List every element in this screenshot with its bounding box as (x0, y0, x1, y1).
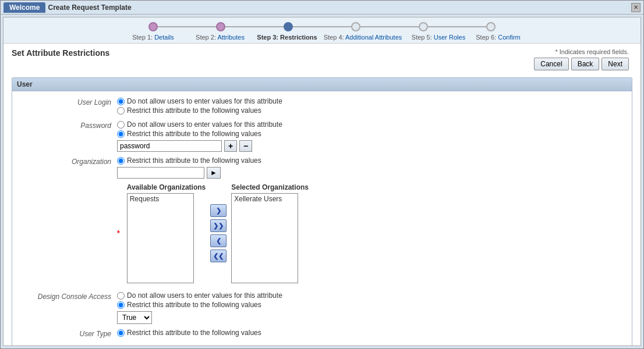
user-login-option1-text: Do not allow users to enter values for t… (127, 97, 282, 105)
available-org-item-0[interactable]: Requests (128, 194, 193, 204)
org-search-input[interactable] (117, 167, 204, 179)
step5-link[interactable]: User Roles (434, 34, 465, 41)
design-console-option1: Do not allow users to enter values for t… (117, 291, 620, 300)
password-radio2[interactable] (117, 130, 125, 138)
design-console-radio2[interactable] (117, 301, 125, 309)
window-title: Create Request Template (48, 3, 131, 12)
transfer-left-all[interactable]: ❮❮ (210, 250, 227, 262)
selected-orgs-list[interactable]: Xellerate Users (231, 193, 298, 283)
password-remove-button[interactable]: − (239, 140, 252, 152)
steps-wizard: Step 1: Details Step 2: Attributes Step … (3, 17, 641, 44)
organization-control: Restrict this attribute to the following… (117, 156, 620, 179)
org-option-text: Restrict this attribute to the following… (127, 156, 261, 165)
password-add-button[interactable]: + (224, 140, 237, 152)
transfer-right-one[interactable]: ❯ (210, 204, 227, 217)
password-option1: Do not allow users to enter values for t… (117, 120, 620, 129)
org-search-button[interactable]: ► (207, 167, 221, 179)
org-input-row: ► (117, 167, 620, 179)
step3-circle (284, 22, 293, 31)
user-type-option: Restrict this attribute to the following… (117, 329, 620, 337)
step-line-4 (360, 26, 419, 27)
close-button[interactable]: ✕ (631, 3, 641, 12)
design-console-radio1[interactable] (117, 292, 125, 300)
steps-labels: Step 1: Details Step 2: Attributes Step … (120, 34, 525, 41)
back-button[interactable]: Back (571, 58, 600, 70)
step6-circle (486, 22, 496, 31)
password-control: Do not allow users to enter values for t… (117, 120, 620, 152)
available-orgs-container: Available Organizations Requests (127, 183, 206, 283)
user-login-control: Do not allow users to enter values for t… (117, 97, 620, 116)
user-login-radio2[interactable] (117, 107, 125, 115)
page-title: Set Attribute Restrictions (12, 48, 109, 58)
org-radio[interactable] (117, 157, 125, 165)
transfer-right-all[interactable]: ❯❯ (210, 219, 227, 232)
user-type-label: User Type (24, 329, 117, 338)
step4-label: Step 4: Additional Attributes (321, 34, 405, 41)
step4-link[interactable]: Additional Attributes (345, 34, 402, 41)
password-input-row: + − (117, 140, 620, 152)
user-type-control: Restrict this attribute to the following… (117, 329, 620, 338)
org-option: Restrict this attribute to the following… (117, 156, 620, 165)
design-console-option2-text: Restrict this attribute to the following… (127, 301, 261, 309)
user-login-row: User Login Do not allow users to enter v… (24, 97, 620, 116)
title-bar: Welcome Create Request Template ✕ (1, 1, 643, 15)
step1-link[interactable]: Details (154, 34, 174, 41)
password-row: Password Do not allow users to enter val… (24, 120, 620, 152)
next-button[interactable]: Next (601, 58, 629, 70)
user-section-header: User (12, 78, 632, 91)
user-section: User User Login Do not allow users to en… (12, 77, 632, 346)
step2-circle (216, 22, 225, 31)
step6-label: Step 6: Confirm (472, 34, 525, 41)
step-line-1 (158, 26, 216, 27)
transfer-buttons: ❯ ❯❯ ❮ ❮❮ (210, 204, 227, 262)
design-console-row: Design Console Access Do not allow users… (24, 291, 620, 324)
user-login-label: User Login (24, 97, 117, 106)
user-login-radio1[interactable] (117, 98, 125, 105)
org-transfer: * Available Organizations Requests ❯ ❯❯ … (117, 183, 620, 283)
step1-circle (148, 22, 158, 31)
user-type-radio[interactable] (117, 329, 125, 337)
user-type-option-text: Restrict this attribute to the following… (127, 329, 261, 337)
step2-link[interactable]: Attributes (217, 34, 244, 41)
welcome-tab[interactable]: Welcome (3, 2, 45, 13)
password-input[interactable] (117, 140, 222, 152)
step-line-3 (293, 26, 351, 27)
design-console-control: Do not allow users to enter values for t… (117, 291, 620, 324)
action-buttons: Cancel Back Next (534, 58, 629, 70)
organization-row: Organization Restrict this attribute to … (24, 156, 620, 179)
user-login-option2: Restrict this attribute to the following… (117, 106, 620, 115)
password-option2: Restrict this attribute to the following… (117, 130, 620, 138)
selected-orgs-container: Selected Organizations Xellerate Users (231, 183, 309, 283)
organization-label: Organization (24, 156, 117, 166)
design-console-option1-text: Do not allow users to enter values for t… (127, 291, 282, 300)
step5-circle (419, 22, 428, 31)
step-line-5 (428, 26, 486, 27)
required-note: * Indicates required fields. (534, 48, 629, 55)
step3-label: Step 3: Restrictions (254, 34, 321, 41)
content-header: Set Attribute Restrictions * Indicates r… (3, 44, 641, 73)
design-console-option2: Restrict this attribute to the following… (117, 301, 620, 309)
selected-orgs-label: Selected Organizations (231, 183, 309, 191)
user-login-option1: Do not allow users to enter values for t… (117, 97, 620, 105)
selected-org-item-0[interactable]: Xellerate Users (232, 194, 298, 204)
header-right: * Indicates required fields. Cancel Back… (534, 48, 629, 70)
content-scroll[interactable]: Set Attribute Restrictions * Indicates r… (3, 44, 641, 346)
user-type-row: User Type Restrict this attribute to the… (24, 329, 620, 338)
main-content: Step 1: Details Step 2: Attributes Step … (3, 17, 641, 346)
step5-label: Step 5: User Roles (405, 34, 472, 41)
user-section-body: User Login Do not allow users to enter v… (12, 91, 632, 346)
step2-label: Step 2: Attributes (187, 34, 254, 41)
main-window: Welcome Create Request Template ✕ Step 1… (0, 0, 644, 349)
required-star: * (117, 229, 120, 237)
password-option1-text: Do not allow users to enter values for t… (127, 120, 282, 129)
design-console-dropdown[interactable]: True False (117, 311, 152, 324)
step4-circle (351, 22, 360, 31)
password-label: Password (24, 120, 117, 130)
step6-link[interactable]: Confirm (498, 34, 521, 41)
available-orgs-list[interactable]: Requests (127, 193, 194, 283)
cancel-button[interactable]: Cancel (534, 58, 568, 70)
transfer-left-one[interactable]: ❮ (210, 234, 227, 247)
password-radio1[interactable] (117, 121, 125, 129)
user-login-option2-text: Restrict this attribute to the following… (127, 106, 261, 115)
steps-circles (148, 22, 496, 31)
